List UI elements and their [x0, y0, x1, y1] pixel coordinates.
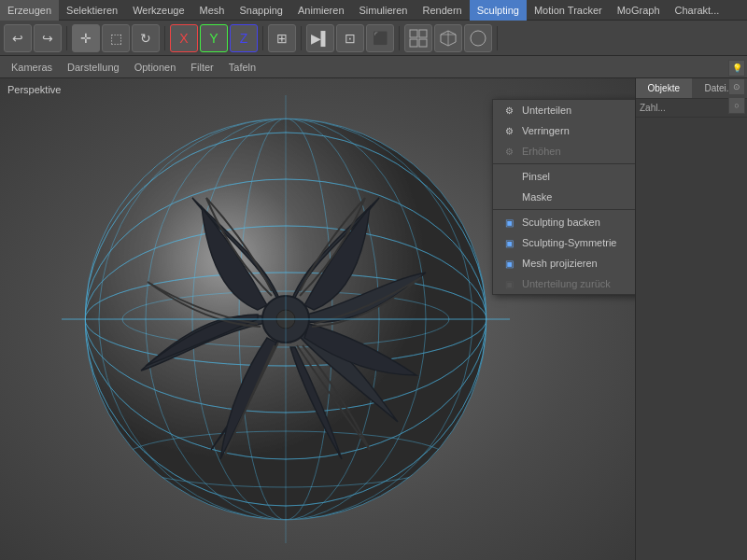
redo-button[interactable]: ↪: [34, 24, 62, 52]
maske-spacer: [500, 189, 517, 204]
menu-erhoehen[interactable]: ⚙ Erhöhen: [493, 141, 635, 161]
main-area: Perspektive: [0, 78, 747, 560]
toolbar-separator-6: [497, 26, 498, 50]
timeline-button[interactable]: ▶▌: [306, 24, 334, 52]
undo-button[interactable]: ↩: [4, 24, 32, 52]
toolbar-separator-2: [164, 26, 165, 50]
sculpting-dropdown: ⚙ Unterteilen ⚙ ⚙ Verringern ⚙ Erhöhen P…: [492, 99, 635, 295]
right-panel-icons: 💡 ⊙ ○: [726, 58, 747, 116]
toolbar2-kameras[interactable]: Kameras: [6, 62, 58, 73]
menu-motion-tracker[interactable]: Motion Tracker: [527, 0, 610, 21]
menu-animieren[interactable]: Animieren: [290, 0, 352, 21]
menu-selektieren[interactable]: Selektieren: [59, 0, 125, 21]
unterteilen-icon: ⚙: [500, 103, 517, 118]
menu-divider-1: [493, 163, 635, 164]
panel-icon-2[interactable]: ⊙: [728, 78, 745, 95]
menu-rendern[interactable]: Rendern: [415, 0, 469, 21]
menu-mograph[interactable]: MoGraph: [610, 0, 668, 21]
viewport[interactable]: Perspektive: [0, 78, 635, 560]
svg-rect-1: [419, 30, 427, 37]
sphere-button[interactable]: [464, 24, 492, 52]
menu-erzeugen[interactable]: Erzeugen: [0, 0, 59, 21]
menu-mesh[interactable]: Mesh: [192, 0, 233, 21]
zurueck-icon: ▣: [500, 276, 517, 291]
menu-werkzeuge[interactable]: Werkzeuge: [125, 0, 191, 21]
svg-rect-2: [410, 39, 417, 47]
toolbar2-darstellung[interactable]: Darstellung: [62, 62, 125, 73]
menu-simulieren[interactable]: Simulieren: [352, 0, 416, 21]
view3d-button[interactable]: [404, 24, 432, 52]
rotate-tool-button[interactable]: ↻: [132, 24, 160, 52]
right-panel: Objekte Datei... Zahl... 💡 ⊙ ○: [635, 78, 747, 560]
svg-rect-3: [419, 39, 427, 47]
keyframe-button[interactable]: ⊡: [336, 24, 364, 52]
panel-icon-3[interactable]: ○: [728, 97, 745, 114]
viewport-label: Perspektive: [7, 84, 61, 95]
light-bulb-icon[interactable]: 💡: [728, 60, 745, 77]
toolbar: ↩ ↪ ✛ ⬚ ↻ X Y Z ⊞ ▶▌ ⊡ ⬛: [0, 21, 747, 56]
menu-pinsel[interactable]: Pinsel ▶: [493, 166, 635, 187]
toolbar-separator-5: [399, 26, 400, 50]
verringern-icon: ⚙: [500, 123, 517, 138]
menu-charakt[interactable]: Charakt...: [668, 0, 727, 21]
record-button[interactable]: ⬛: [366, 24, 394, 52]
menu-divider-2: [493, 209, 635, 210]
menu-mesh-projizieren[interactable]: ▣ Mesh projizieren: [493, 253, 635, 273]
toolbar2-tafeln[interactable]: Tafeln: [223, 62, 261, 73]
svg-rect-0: [410, 30, 417, 37]
axis-x-button[interactable]: X: [170, 24, 198, 52]
backen-icon: ▣: [500, 215, 517, 230]
projizieren-icon: ▣: [500, 256, 517, 271]
toolbar2: Kameras Darstellung Optionen Filter Tafe…: [0, 56, 747, 78]
erhoehen-icon: ⚙: [500, 144, 517, 159]
toolbar-separator-4: [301, 26, 302, 50]
scale-button[interactable]: ⊞: [268, 24, 296, 52]
symmetrie-icon: ▣: [500, 235, 517, 250]
toolbar2-optionen[interactable]: Optionen: [129, 62, 182, 73]
toolbar-separator-3: [262, 26, 263, 50]
select-tool-button[interactable]: ✛: [72, 24, 100, 52]
sphere-svg: [62, 95, 510, 543]
menu-unterteilung-zurueck[interactable]: ▣ Unterteilung zurück: [493, 273, 635, 294]
axis-z-button[interactable]: Z: [230, 24, 258, 52]
menu-sculpting-symmetrie[interactable]: ▣ Sculpting-Symmetrie: [493, 232, 635, 253]
sphere-container: [62, 95, 510, 543]
menu-sculpting[interactable]: Sculpting: [470, 0, 527, 21]
toolbar2-filter[interactable]: Filter: [185, 62, 218, 73]
menu-maske[interactable]: Maske ▶: [493, 187, 635, 207]
svg-point-7: [471, 31, 486, 46]
menu-unterteilen[interactable]: ⚙ Unterteilen ⚙: [493, 100, 635, 120]
axis-y-button[interactable]: Y: [200, 24, 228, 52]
pinsel-spacer: [500, 169, 517, 184]
move-tool-button[interactable]: ⬚: [102, 24, 130, 52]
menu-snapping[interactable]: Snapping: [232, 0, 290, 21]
cube-button[interactable]: [434, 24, 462, 52]
toolbar-separator-1: [66, 26, 67, 50]
menu-bar: Erzeugen Selektieren Werkzeuge Mesh Snap…: [0, 0, 747, 21]
right-panel-content: [636, 118, 747, 560]
menu-sculpting-backen[interactable]: ▣ Sculpting backen: [493, 212, 635, 232]
menu-verringern[interactable]: ⚙ Verringern: [493, 120, 635, 141]
tab-objekte[interactable]: Objekte: [636, 78, 692, 99]
